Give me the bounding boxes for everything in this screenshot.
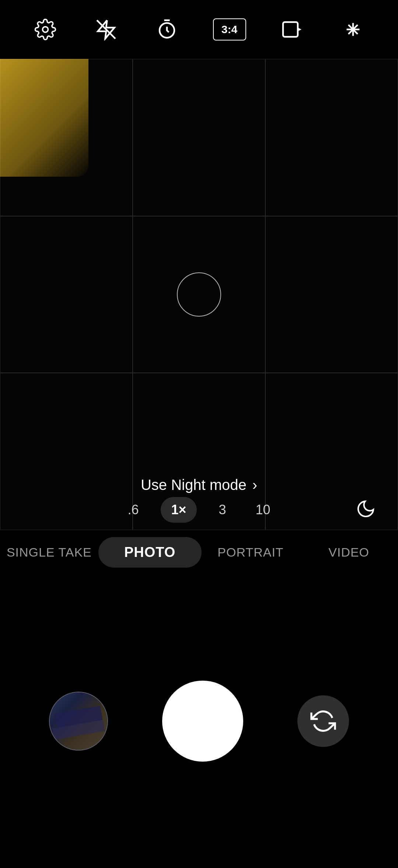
mode-single-take-label: SINGLE TAKE	[7, 545, 92, 559]
aspect-ratio-label: 3:4	[221, 23, 237, 36]
top-toolbar: 3:4	[0, 0, 398, 59]
mode-selector: SINGLE TAKE PHOTO PORTRAIT VIDEO	[0, 530, 398, 574]
grid-cell	[265, 59, 398, 216]
mode-video-label: VIDEO	[328, 545, 369, 559]
grid-cell	[265, 216, 398, 373]
flash-icon[interactable]	[91, 15, 121, 44]
svg-point-0	[42, 27, 48, 32]
mode-portrait[interactable]: PORTRAIT	[202, 538, 300, 567]
settings-icon[interactable]	[31, 15, 60, 44]
aspect-ratio-icon[interactable]: 3:4	[213, 18, 246, 40]
viewfinder[interactable]: Use Night mode › .6 1× 3 10	[0, 59, 398, 530]
mode-photo[interactable]: PHOTO	[98, 537, 202, 568]
mode-photo-label: PHOTO	[124, 544, 175, 560]
mode-video[interactable]: VIDEO	[300, 538, 398, 567]
effects-icon[interactable]	[338, 15, 368, 44]
shutter-button[interactable]	[162, 681, 243, 762]
mode-single-take[interactable]: SINGLE TAKE	[0, 538, 98, 567]
thumbnail-image	[50, 692, 107, 750]
motion-icon[interactable]	[277, 15, 307, 44]
timer-icon[interactable]	[152, 15, 182, 44]
gallery-thumbnail[interactable]	[49, 692, 108, 751]
flip-camera-button[interactable]	[297, 695, 349, 747]
svg-rect-4	[283, 22, 298, 37]
grid-cell	[0, 59, 133, 216]
focus-indicator	[177, 272, 221, 317]
zoom-10x-button[interactable]: 10	[248, 498, 278, 521]
zoom-1x-button[interactable]: 1×	[161, 497, 196, 523]
bottom-controls	[0, 574, 398, 868]
zoom-06-button[interactable]: .6	[120, 498, 146, 521]
svg-marker-5	[298, 28, 301, 31]
night-mode-icon[interactable]	[356, 499, 376, 523]
night-mode-suggestion[interactable]: Use Night mode ›	[141, 477, 257, 493]
grid-cell	[0, 216, 133, 373]
grid-cell	[133, 59, 265, 216]
flip-camera-icon	[310, 708, 336, 734]
mode-portrait-label: PORTRAIT	[217, 545, 283, 559]
zoom-controls: .6 1× 3 10	[0, 493, 398, 526]
night-mode-text: Use Night mode	[141, 477, 247, 493]
zoom-3x-button[interactable]: 3	[212, 498, 234, 521]
night-mode-chevron-icon: ›	[252, 477, 257, 493]
